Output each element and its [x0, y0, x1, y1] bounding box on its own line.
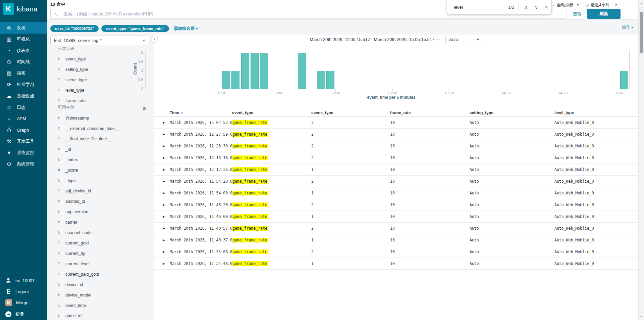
time-forward-icon[interactable]: › [615, 1, 617, 8]
cell-level-type: Auto_Web_Moblie_0 [554, 120, 638, 125]
sidebar-footer-item-collapse[interactable]: ◀折叠 [0, 309, 47, 320]
collapse-panel-button[interactable]: ‹ [151, 36, 158, 43]
column-header-frame_rate[interactable]: frame_rate [390, 110, 470, 115]
sidebar-item-machine-learning[interactable]: ⟳机器学习 [0, 79, 47, 90]
add-filter-link[interactable]: 添加筛选器 + [174, 26, 198, 32]
filter-pill-event-type[interactable]: event_type: "game_frame_rate" [101, 25, 169, 32]
sidebar-item-timelion[interactable]: ◷时间线 [0, 56, 47, 67]
sidebar-item-monitoring[interactable]: ♥系统监控 [0, 147, 47, 158]
histogram-bar[interactable] [231, 71, 239, 89]
find-previous-icon[interactable]: ∧ [521, 4, 531, 10]
sidebar-item-label: 可视化 [17, 36, 30, 42]
expand-row-icon[interactable]: ▶ [154, 144, 170, 148]
sidebar-footer-item-merge[interactable]: MMerge [0, 297, 47, 308]
expand-row-icon[interactable]: ▶ [154, 262, 170, 265]
histogram-bar[interactable] [317, 71, 325, 89]
find-input[interactable]: level [447, 5, 508, 10]
interval-value: Auto [449, 37, 458, 42]
sidebar-item-discover[interactable]: ◎发现 [0, 22, 47, 34]
expand-row-icon[interactable]: ▶ [154, 203, 170, 207]
expand-row-icon[interactable]: ▶ [154, 121, 170, 124]
field-item-current_hp[interactable]: ?current_hp [58, 248, 150, 259]
expand-row-icon[interactable]: ▶ [154, 238, 170, 242]
histogram-bar[interactable] [620, 71, 628, 89]
field-item-_type[interactable]: t_type [58, 175, 150, 186]
histogram-bar[interactable] [298, 53, 306, 89]
options-link[interactable]: 选项 [573, 11, 581, 17]
sidebar-footer-item-logout[interactable]: Logout [0, 286, 47, 297]
sidebar-footer-item-user[interactable]: es_10001 [0, 275, 47, 286]
field-item-__external_consume_time__[interactable]: ?__external_consume_time__ [58, 123, 150, 134]
histogram-bar[interactable] [251, 53, 259, 89]
field-item-carrier[interactable]: tcarrier [58, 217, 150, 227]
cell-level-type: Auto_Web_Moblie_0 [554, 179, 638, 184]
cell-frame-rate: 10 [390, 120, 470, 125]
filter-actions-link[interactable]: 操作 ▾ [622, 25, 633, 30]
expand-row-icon[interactable]: ▶ [154, 227, 170, 230]
field-item-__final_write_file_time__[interactable]: ?__final_write_file_time__ [58, 134, 150, 144]
filter-pill-user-id[interactable]: user_id: "100006731" [50, 25, 99, 32]
expand-row-icon[interactable]: ▶ [154, 215, 170, 218]
column-header-event_type[interactable]: event_type [232, 110, 311, 115]
machine-learning-icon: ⟳ [5, 82, 13, 88]
sidebar-item-dashboard[interactable]: ◔仪表盘 [0, 45, 47, 56]
field-item-adj_device_id[interactable]: ?adj_device_id [58, 186, 150, 196]
sidebar-item-visualize[interactable]: ▥可视化 [0, 34, 47, 45]
vertical-scrollbar[interactable]: ▲ ▼ [638, 0, 644, 320]
field-name: carrier [65, 220, 77, 225]
field-item-current_paid_gold[interactable]: ?current_paid_gold [58, 269, 150, 279]
scrollbar-thumb[interactable] [640, 12, 643, 53]
field-item-android_id[interactable]: tandroid_id [58, 196, 150, 207]
sidebar-item-graph[interactable]: ⁂Graph [0, 124, 47, 136]
highlighted-term: game_frame_rate [232, 261, 268, 266]
refresh-button[interactable]: 刷新 [587, 9, 621, 19]
sidebar-item-dev-tools[interactable]: ⚒开发工具 [0, 136, 47, 147]
field-item-app_version[interactable]: tapp_version [58, 207, 150, 217]
time-back-icon[interactable]: ‹ [577, 1, 579, 8]
histogram-bar[interactable] [241, 53, 249, 89]
kibana-logo[interactable]: K kibana [3, 3, 38, 15]
sidebar-item-management[interactable]: ⚙系统管理 [0, 158, 47, 170]
histogram-bar[interactable] [222, 71, 230, 89]
histogram-bar[interactable] [326, 71, 334, 89]
sidebar-item-logs[interactable]: ≣日志 [0, 102, 47, 113]
field-item-device_id[interactable]: tdevice_id [58, 279, 150, 290]
find-next-icon[interactable]: ∨ [531, 4, 541, 10]
field-item-_id[interactable]: t_id [58, 144, 150, 154]
sidebar-item-canvas[interactable]: ▤画布 [0, 67, 47, 79]
field-item-frame_rate[interactable]: ?frame_rate [58, 95, 150, 106]
field-item-event_time[interactable]: ◷event_time [58, 300, 150, 311]
expand-row-icon[interactable]: ▶ [154, 168, 170, 171]
expand-row-icon[interactable]: ▶ [154, 156, 170, 159]
sidebar-item-infrastructure[interactable]: ☁基础设施 [0, 90, 47, 102]
field-item-game_id[interactable]: tgame_id [58, 311, 150, 320]
scroll-up-icon[interactable]: ▲ [639, 2, 644, 5]
auto-refresh-label[interactable]: 自动刷新 [557, 2, 574, 8]
expand-row-icon[interactable]: ▶ [154, 180, 170, 183]
cell-setting-type: Auto [470, 249, 554, 254]
field-item-_score[interactable]: #_score [58, 165, 150, 175]
chevron-down-icon: ▼ [142, 39, 146, 42]
field-item-current_level[interactable]: ?current_level [58, 259, 150, 269]
field-item-current_gold[interactable]: ?current_gold [58, 238, 150, 248]
expand-row-icon[interactable]: ▶ [154, 191, 170, 195]
sidebar-item-apm[interactable]: ≡APM [0, 113, 47, 124]
field-settings-gear-icon[interactable]: ⚙ [142, 106, 146, 111]
expand-row-icon[interactable]: ▶ [154, 250, 170, 254]
field-item-level_type[interactable]: ?level_type [58, 85, 150, 95]
field-item-channel_code[interactable]: tchannel_code [58, 227, 150, 238]
histogram-bar[interactable] [260, 53, 268, 89]
column-header-time[interactable]: Time▼ [170, 110, 232, 115]
time-range-picker[interactable]: 最近4小时 [591, 2, 610, 8]
find-close-icon[interactable]: ✕ [541, 4, 551, 10]
field-item-device_model[interactable]: tdevice_model [58, 290, 150, 300]
column-header-scene_type[interactable]: scene_type [311, 110, 390, 115]
index-pattern-select[interactable]: test_10888_server_log-* ▼ [50, 36, 149, 45]
field-item-_index[interactable]: t_index [58, 154, 150, 165]
scroll-down-icon[interactable]: ▼ [639, 315, 644, 318]
column-header-level_type[interactable]: level_type [554, 110, 638, 115]
column-header-setting_type[interactable]: setting_type [470, 110, 554, 115]
field-item-@timestamp[interactable]: t@timestamp [58, 113, 150, 123]
expand-row-icon[interactable]: ▶ [154, 133, 170, 136]
interval-select[interactable]: Auto ▼ [445, 35, 483, 44]
